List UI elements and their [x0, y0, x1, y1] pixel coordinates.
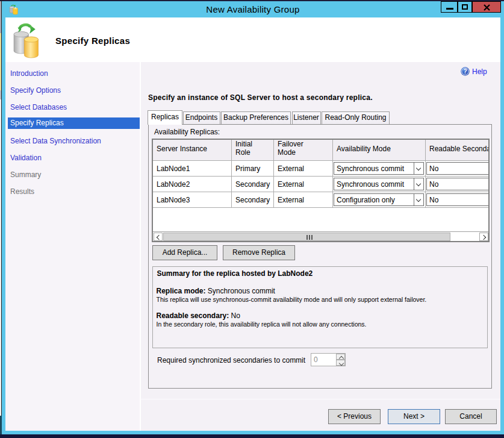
svg-text:?: ? — [463, 68, 467, 75]
